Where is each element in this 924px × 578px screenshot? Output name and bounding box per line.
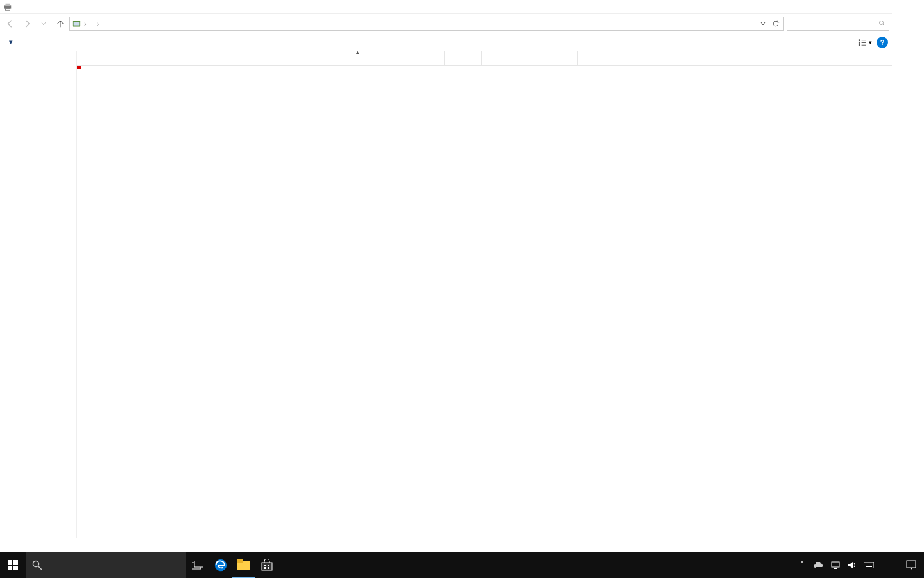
organize-menu[interactable]: ▾ [4, 37, 15, 48]
svg-line-6 [883, 24, 886, 26]
breadcrumb[interactable]: › › [69, 17, 784, 31]
svg-rect-4 [74, 22, 80, 25]
highlight-annotation [77, 66, 81, 69]
svg-rect-2 [6, 8, 10, 10]
col-model[interactable] [482, 51, 578, 65]
add-printer-button[interactable] [22, 41, 27, 44]
dropdown-icon: ▾ [9, 38, 13, 46]
col-status[interactable] [234, 51, 271, 65]
svg-rect-16 [13, 566, 18, 570]
breadcrumb-sep-icon: › [83, 20, 88, 28]
svg-rect-31 [864, 562, 874, 568]
svg-rect-29 [832, 562, 839, 567]
svg-point-5 [880, 21, 884, 24]
svg-rect-26 [268, 565, 270, 566]
svg-rect-11 [862, 42, 866, 43]
printer-list: ▴ [77, 51, 892, 66]
close-button[interactable] [866, 0, 892, 14]
keyboard-tray-icon[interactable] [862, 552, 875, 578]
column-headers: ▴ [77, 51, 892, 66]
printers-app-icon [3, 2, 13, 12]
search-box[interactable] [787, 17, 889, 31]
tray-chevron-up-icon[interactable]: ˄ [796, 552, 809, 578]
maximize-button[interactable] [841, 0, 866, 14]
help-button[interactable]: ? [877, 37, 888, 48]
svg-rect-23 [237, 559, 243, 563]
svg-rect-32 [866, 566, 872, 567]
up-button[interactable] [53, 16, 68, 31]
svg-rect-9 [859, 44, 860, 46]
sidebar [0, 51, 77, 538]
view-options-button[interactable]: ▾ [857, 35, 873, 49]
action-center-icon[interactable] [900, 552, 923, 578]
network-tray-icon[interactable] [829, 552, 842, 578]
svg-rect-10 [862, 40, 866, 40]
svg-point-17 [33, 561, 39, 567]
svg-rect-13 [8, 560, 12, 565]
chevron-down-icon: ▾ [869, 39, 872, 46]
search-input[interactable] [790, 20, 878, 28]
start-button[interactable] [0, 552, 26, 578]
svg-rect-15 [8, 566, 12, 570]
recent-dropdown[interactable] [36, 16, 51, 31]
col-comments[interactable]: ▴ [271, 51, 445, 65]
store-icon[interactable] [255, 552, 278, 578]
control-panel-icon [71, 19, 81, 29]
svg-rect-28 [268, 567, 270, 569]
back-button[interactable] [3, 16, 18, 31]
forward-button[interactable] [19, 16, 35, 31]
taskbar-search[interactable] [26, 552, 186, 578]
edge-icon[interactable] [209, 552, 232, 578]
svg-rect-12 [862, 44, 866, 45]
breadcrumb-sep-icon: › [96, 20, 101, 28]
svg-rect-30 [834, 568, 837, 569]
svg-rect-33 [907, 561, 916, 568]
svg-rect-27 [264, 567, 266, 569]
content-area: ▴ [77, 51, 892, 538]
task-view-button[interactable] [186, 552, 209, 578]
onedrive-tray-icon[interactable] [812, 552, 825, 578]
system-tray: ˄ [796, 552, 924, 578]
navbar: › › [0, 14, 892, 33]
svg-rect-20 [194, 561, 203, 567]
search-icon [32, 560, 42, 570]
titlebar [0, 0, 892, 14]
col-name[interactable] [77, 51, 193, 65]
breadcrumb-history-dropdown[interactable] [757, 17, 769, 30]
taskbar: ˄ [0, 552, 924, 578]
svg-rect-8 [859, 42, 860, 44]
svg-rect-7 [859, 39, 860, 41]
search-icon [878, 20, 886, 28]
toolbar: ▾ ▾ ? [0, 33, 892, 51]
svg-rect-25 [264, 565, 266, 566]
file-explorer-icon[interactable] [232, 552, 255, 578]
svg-rect-24 [262, 563, 272, 570]
svg-line-18 [38, 566, 42, 570]
svg-rect-1 [6, 3, 10, 6]
col-documents[interactable] [193, 51, 234, 65]
col-location[interactable] [445, 51, 482, 65]
minimize-button[interactable] [815, 0, 841, 14]
volume-tray-icon[interactable] [846, 552, 859, 578]
refresh-button[interactable] [769, 17, 782, 30]
svg-rect-14 [13, 560, 18, 565]
sort-asc-icon: ▴ [356, 51, 359, 55]
